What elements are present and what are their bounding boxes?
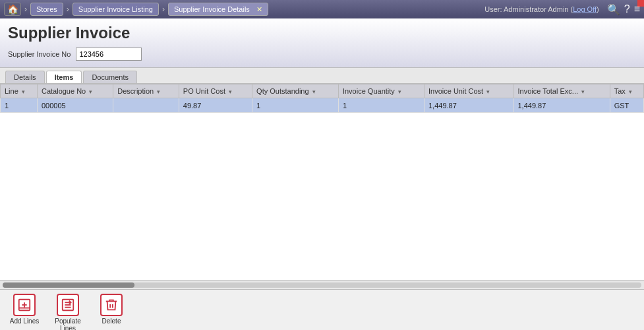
col-description[interactable]: Description ▾ xyxy=(113,84,179,98)
populate-lines-label: Populate Lines xyxy=(51,317,84,330)
navigation-bar: 🏠 › Stores › Supplier Invoice Listing › … xyxy=(0,0,644,18)
scroll-thumb[interactable] xyxy=(3,282,134,288)
log-off-link[interactable]: Log Off xyxy=(573,5,597,13)
search-icon[interactable]: 🔍 xyxy=(607,3,620,16)
main-content: Supplier Invoice Supplier Invoice No Det… xyxy=(0,18,644,289)
breadcrumb-supplier-invoice-listing[interactable]: Supplier Invoice Listing xyxy=(73,3,159,16)
items-table-container: Line ▾ Catalogue No ▾ Description ▾ PO U… xyxy=(0,84,644,280)
tab-items[interactable]: Items xyxy=(46,71,82,83)
table-header-row: Line ▾ Catalogue No ▾ Description ▾ PO U… xyxy=(1,84,644,98)
scroll-track xyxy=(3,282,641,288)
supplier-invoice-no-row: Supplier Invoice No xyxy=(8,45,636,63)
delete-label: Delete xyxy=(102,317,121,325)
home-button[interactable]: 🏠 xyxy=(4,3,21,16)
col-invoice-total-exc[interactable]: Invoice Total Exc... ▾ xyxy=(513,84,610,98)
breadcrumb-arrow: › xyxy=(24,5,27,14)
delete-icon xyxy=(100,294,123,316)
supplier-invoice-no-label: Supplier Invoice No xyxy=(8,50,71,58)
help-icon[interactable]: ? xyxy=(624,3,630,16)
col-tax[interactable]: Tax ▾ xyxy=(610,84,643,98)
populate-lines-button[interactable]: Populate Lines xyxy=(51,294,84,330)
col-catalogue-no[interactable]: Catalogue No ▾ xyxy=(37,84,113,98)
add-lines-icon xyxy=(13,294,36,316)
user-info: User: Administrator Admin (Log Off) xyxy=(484,5,599,13)
page-title: Supplier Invoice xyxy=(8,24,636,42)
breadcrumb-supplier-invoice-details[interactable]: Supplier Invoice Details ✕ xyxy=(168,3,268,16)
add-lines-button[interactable]: Add Lines xyxy=(8,294,41,325)
tab-bar: Details Items Documents xyxy=(0,68,644,84)
close-tab-icon[interactable]: ✕ xyxy=(256,5,262,14)
items-table: Line ▾ Catalogue No ▾ Description ▾ PO U… xyxy=(0,84,644,113)
col-invoice-unit-cost[interactable]: Invoice Unit Cost ▾ xyxy=(424,84,513,98)
tab-documents[interactable]: Documents xyxy=(83,71,137,83)
add-lines-label: Add Lines xyxy=(10,317,39,325)
table-row[interactable]: 100000549.87111,449.871,449.87GST xyxy=(1,98,644,113)
col-invoice-quantity[interactable]: Invoice Quantity ▾ xyxy=(338,84,424,98)
breadcrumb-stores[interactable]: Stores xyxy=(30,3,63,16)
horizontal-scrollbar[interactable] xyxy=(0,280,644,289)
bottom-toolbar: Add Lines Populate Lines Delete xyxy=(0,289,644,330)
delete-button[interactable]: Delete xyxy=(95,294,128,325)
col-line[interactable]: Line ▾ xyxy=(1,84,38,98)
table-body: 100000549.87111,449.871,449.87GST xyxy=(1,98,644,113)
col-qty-outstanding[interactable]: Qty Outstanding ▾ xyxy=(252,84,339,98)
red-corner-decoration xyxy=(637,0,644,7)
tab-details[interactable]: Details xyxy=(5,71,45,83)
supplier-invoice-no-input[interactable] xyxy=(76,48,142,61)
page-header: Supplier Invoice Supplier Invoice No xyxy=(0,18,644,68)
populate-lines-icon xyxy=(57,294,79,316)
col-po-unit-cost[interactable]: PO Unit Cost ▾ xyxy=(179,84,252,98)
